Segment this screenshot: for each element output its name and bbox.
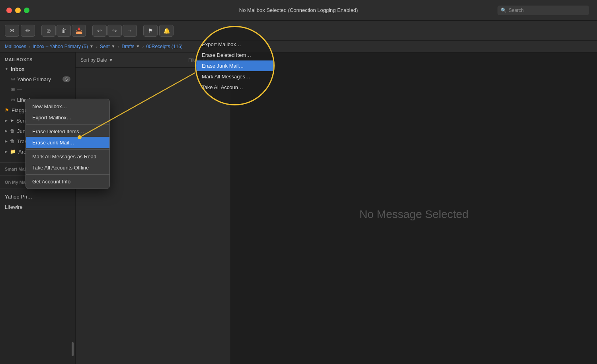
nav-bar: Mailboxes › Inbox – Yahoo Primary (5) ▼ … [0, 41, 597, 53]
yahoo-badge: 5 [62, 76, 70, 82]
nav-separator-3: › [118, 44, 119, 49]
spotlight-item-1: Erase Deleted Item… [196, 50, 273, 60]
sidebar-item-yahoo[interactable]: ✉ Yahoo Primary 5 [0, 74, 75, 84]
sent-nav[interactable]: Sent ▼ [100, 44, 115, 49]
junk-expand-icon: ▶ [5, 129, 8, 133]
flag-icon: ⚑ [5, 107, 9, 113]
menu-divider-1 [26, 124, 109, 125]
spotlight-item-4: Take All Accoun… [196, 82, 273, 93]
sidebar-scrollbar-area [72, 342, 74, 356]
menu-item-mark-read[interactable]: Mark All Messages as Read [26, 151, 109, 162]
sent-icon: ➤ [10, 118, 14, 123]
sidebar-item-lifewire-account[interactable]: Lifewire [0, 202, 75, 212]
reading-pane: No Message Selected [231, 53, 597, 364]
mailboxes-nav[interactable]: Mailboxes [5, 44, 26, 49]
next-button[interactable]: → [123, 25, 137, 37]
archive-button[interactable]: 📥 [72, 25, 86, 37]
no-message-text: No Message Selected [359, 208, 468, 221]
search-bar[interactable]: 🔍 Search [498, 6, 589, 15]
mail-icon[interactable]: ✉ [5, 25, 19, 37]
menu-divider-3 [26, 174, 109, 175]
menu-item-export-mailbox[interactable]: Export Mailbox… [26, 112, 109, 123]
maximize-button[interactable] [24, 8, 29, 13]
delete-button[interactable]: ⎚ [41, 25, 56, 37]
toolbar: ✉ ✏ ⎚ 🗑 📥 ↩ ↪ → ⚑ 🔔 [0, 21, 597, 41]
inbox-dropdown-icon: ▼ [90, 44, 94, 49]
sidebar-scrollbar [72, 342, 74, 356]
inbox-yahoo-nav[interactable]: Inbox – Yahoo Primary (5) ▼ [33, 44, 94, 49]
nav-group: ↩ ↪ → [92, 25, 137, 37]
spotlight-item-0: Export Mailbox… [196, 39, 273, 50]
lifewire-account-label: Lifewire [5, 204, 23, 210]
yahoo-account-label: Yahoo Pri… [5, 194, 32, 200]
archive-expand-icon: ▶ [5, 150, 8, 154]
flag-button[interactable]: ⚑ [143, 25, 158, 37]
mailboxes-header: Mailboxes [0, 56, 75, 64]
nav-separator-1: › [29, 44, 30, 49]
spotlight-circle: Export Mailbox… Erase Deleted Item… Eras… [195, 26, 275, 105]
compose-button[interactable]: ✏ [21, 25, 35, 37]
trash-icon: 🗑 [10, 138, 15, 144]
menu-item-take-offline[interactable]: Take All Accounts Offline [26, 162, 109, 173]
spotlight-item-2: Erase Junk Mail… [196, 60, 273, 71]
menu-item-erase-deleted[interactable]: Erase Deleted Items… [26, 126, 109, 137]
search-icon: 🔍 [501, 8, 507, 13]
junk-button[interactable]: 🗑 [57, 25, 71, 37]
menu-item-new-mailbox[interactable]: New Mailbox… [26, 101, 109, 112]
receipts-nav[interactable]: 00Receipts (116) [146, 44, 182, 49]
sidebar-item-yahoo-account[interactable]: Yahoo Pri… [0, 191, 75, 202]
title-bar: No Mailbox Selected (Connection Logging … [0, 0, 597, 21]
context-menu: New Mailbox… Export Mailbox… Erase Delet… [25, 99, 110, 189]
drafts-nav[interactable]: Drafts ▼ [122, 44, 140, 49]
sort-button[interactable]: Sort by Date ▼ [80, 57, 113, 63]
sidebar-item-yahoo2[interactable]: ✉ — [0, 84, 75, 95]
sent-dropdown-icon: ▼ [111, 44, 115, 49]
sort-label: Sort by Date [80, 57, 107, 63]
junk-icon: 🗑 [10, 128, 15, 134]
inbox-label: Inbox [11, 66, 25, 72]
yahoo-icon: ✉ [11, 77, 15, 82]
minimize-button[interactable] [15, 8, 21, 13]
back-button[interactable]: ↩ [92, 25, 107, 37]
menu-divider-2 [26, 149, 109, 150]
forward-button[interactable]: ↪ [107, 25, 122, 37]
nav-separator-4: › [142, 44, 144, 49]
archive-icon: 📁 [10, 149, 16, 154]
traffic-lights [6, 8, 29, 13]
trash-expand-icon: ▶ [5, 139, 8, 143]
spotlight-item-3: Mark All Messages… [196, 71, 273, 82]
close-button[interactable] [6, 8, 12, 13]
yahoo2-label: — [17, 87, 22, 92]
yahoo-label: Yahoo Primary [17, 76, 51, 82]
delete-group: ⎚ 🗑 📥 [41, 25, 86, 37]
sidebar-item-inbox[interactable]: ▼ Inbox [0, 64, 75, 74]
sort-chevron-icon: ▼ [109, 57, 113, 63]
lifewire-icon: ✉ [11, 97, 15, 103]
search-placeholder: Search [509, 8, 524, 13]
window-title: No Mailbox Selected (Connection Logging … [239, 7, 358, 13]
yahoo2-icon: ✉ [11, 87, 15, 92]
inbox-expand-icon: ▼ [5, 67, 8, 71]
drafts-dropdown-icon: ▼ [136, 44, 140, 49]
sent-expand-icon: ▶ [5, 119, 8, 123]
menu-item-account-info[interactable]: Get Account Info [26, 176, 109, 187]
notification-button[interactable]: 🔔 [159, 25, 174, 37]
menu-item-erase-junk[interactable]: Erase Junk Mail… [26, 137, 109, 148]
nav-separator-2: › [96, 44, 98, 49]
